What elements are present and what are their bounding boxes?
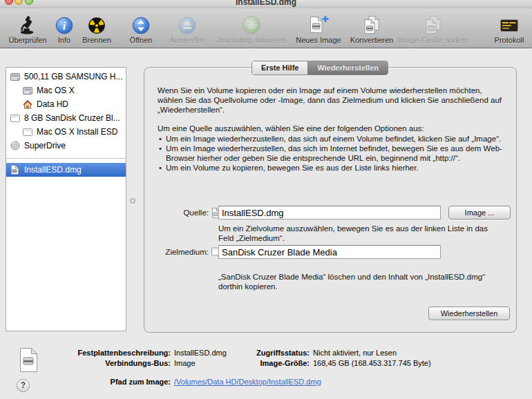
description-label: Festplattenbeschreibung: (52, 349, 171, 357)
selected-disk-image-icon (18, 347, 39, 376)
disk-utility-window: InstallESD.dmg Überprüfen (0, 0, 532, 399)
description-value: InstallESD.dmg (174, 349, 227, 357)
mode-tabs: Erste Hilfe Wiederherstellen (251, 61, 388, 75)
target-help-text: Um ein Zielvolume auszuwählen, bewegen S… (218, 224, 503, 243)
sidebar-item-sandisk-drive[interactable]: 8 GB SanDisk Cruzer Bl... (6, 111, 126, 125)
sidebar-item-superdrive[interactable]: SuperDrive (6, 139, 126, 153)
restore-button[interactable]: Wiederherstellen (428, 306, 510, 320)
image-size-value: 168,45 GB (168.453.317.745 Byte) (313, 359, 431, 367)
restore-intro-text: Wenn Sie ein Volume kopieren oder ein Im… (158, 86, 506, 115)
sidebar-item-installesd-dmg[interactable]: InstallESD.dmg (6, 163, 126, 177)
image-path-label: Pfad zum Image: (52, 378, 171, 386)
convert-icon (361, 13, 383, 35)
disk-info-right: Zugriffsstatus: Nicht aktiviert, nur Les… (229, 349, 431, 367)
journaling-icon (241, 13, 262, 35)
toolbar-log-button[interactable]: Protokoll (464, 13, 532, 44)
bus-label: Verbindungs-Bus: (52, 359, 171, 367)
external-volume-icon (23, 127, 33, 137)
sidebar-separator (6, 158, 126, 159)
image-button[interactable]: Image ... (448, 206, 511, 220)
tab-erste-hilfe[interactable]: Erste Hilfe (252, 61, 307, 75)
disk-image-icon (10, 165, 21, 175)
window-title: InstallESD.dmg (0, 0, 532, 7)
resize-image-icon (422, 13, 444, 35)
help-button[interactable]: ? (17, 379, 30, 392)
source-options-heading: Um eine Quelle auszuwählen, wählen Sie e… (158, 124, 506, 133)
toolbar: Überprüfen i Info (0, 8, 532, 48)
access-status-label: Zugriffsstatus: (229, 349, 310, 357)
tab-wiederherstellen[interactable]: Wiederherstellen (307, 61, 388, 75)
home-icon (23, 99, 33, 109)
external-drive-icon (10, 113, 21, 123)
source-options-list: Um ein Image wiederherzustellen, das sic… (158, 134, 506, 173)
target-label: Zielmedium: (144, 245, 209, 259)
target-row: Zielmedium: (144, 245, 516, 260)
source-field[interactable] (218, 206, 441, 220)
image-path-row: Pfad zum Image: /Volumes/Data HD/Desktop… (52, 378, 321, 386)
target-field[interactable] (218, 245, 441, 259)
restore-confirmation-text: „SanDisk Cruzer Blade Media“ löschen und… (218, 272, 495, 291)
splitter-handle[interactable] (130, 198, 135, 204)
sidebar-item-data-hd[interactable]: Data HD (6, 97, 126, 111)
sidebar-item-samsung-disk[interactable]: 500,11 GB SAMSUNG H... (6, 70, 126, 84)
source-row: Quelle: Image ... (144, 206, 516, 221)
source-option-internet: Um ein Image wiederherzustellen, das sic… (158, 144, 506, 163)
image-path-link[interactable]: /Volumes/Data HD/Desktop/InstallESD.dmg (174, 378, 321, 386)
bus-value: Image (174, 359, 227, 367)
disk-info-left: Festplattenbeschreibung: InstallESD.dmg … (52, 349, 227, 367)
eject-icon (178, 13, 197, 35)
source-option-volume: Um ein Image wiederherzustellen, das sic… (158, 134, 506, 144)
image-size-label: Image-Größe: (229, 359, 310, 367)
sidebar-item-mac-os-x[interactable]: Mac OS X (6, 84, 126, 97)
log-icon (498, 13, 520, 35)
source-option-copy: Um ein Volume zu kopieren, bewegen Sie e… (158, 163, 506, 173)
internal-drive-icon (10, 72, 21, 81)
sidebar-item-mac-os-x-install-esd[interactable]: Mac OS X Install ESD (6, 125, 126, 139)
restore-panel: Wenn Sie ein Volume kopieren oder ein Im… (144, 67, 517, 333)
optical-drive-icon (10, 141, 21, 150)
volume-icon (23, 86, 33, 95)
title-bar: InstallESD.dmg (0, 0, 532, 8)
source-label: Quelle: (144, 206, 209, 220)
access-status-value: Nicht aktiviert, nur Lesen (313, 349, 431, 357)
device-list: 500,11 GB SAMSUNG H... Mac OS X Data (6, 67, 126, 331)
